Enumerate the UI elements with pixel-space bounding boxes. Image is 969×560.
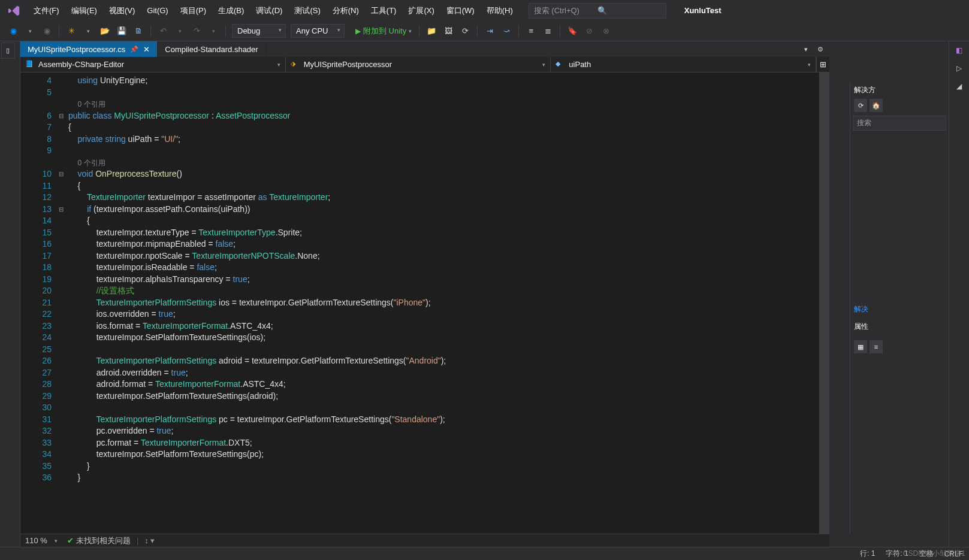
zoom-level[interactable]: 110 % <box>25 536 47 545</box>
solution-search[interactable]: 搜索 <box>853 116 946 131</box>
pin-icon[interactable]: 📌 <box>130 46 138 53</box>
csharp-project-icon: 📘 <box>25 60 35 69</box>
play-outline-icon[interactable]: ▷ <box>951 60 968 76</box>
tab-label: MyUISpritePostprocessor.cs <box>28 45 125 54</box>
status-line[interactable]: 行: 1 <box>860 549 875 559</box>
tab-myuisprite[interactable]: MyUISpritePostprocessor.cs 📌 ✕ <box>20 41 158 57</box>
nav-scope-label: Assembly-CSharp-Editor <box>38 60 124 69</box>
save-button[interactable]: 💾 <box>114 24 129 38</box>
right-panel: 解决方 ⟳ 🏠 搜索 解决 属性 ▦ ≡ <box>850 83 949 534</box>
sync-icon[interactable]: ⟳ <box>854 99 867 112</box>
ok-icon: ✔ <box>67 536 74 545</box>
nav-member-label: uiPath <box>569 60 591 69</box>
collapse-icon[interactable]: ◢ <box>951 78 968 94</box>
search-icon: 🔍 <box>597 6 661 15</box>
nav-class-label: MyUISpritePostprocessor <box>304 60 392 69</box>
comment-icon[interactable]: ⊘ <box>582 24 596 38</box>
quick-search-placeholder: 搜索 (Ctrl+Q) <box>534 5 597 16</box>
document-tabs: MyUISpritePostprocessor.cs 📌 ✕ Compiled-… <box>20 41 829 57</box>
navigation-bar: 📘 Assembly-CSharp-Editor ⬗ MyUISpritePos… <box>20 57 829 72</box>
undo-dd[interactable]: ▾ <box>173 24 187 38</box>
right-rail: ◧ ▷ ◢ <box>949 41 969 547</box>
menubar: 文件(F) 编辑(E) 视图(V) Git(G) 项目(P) 生成(B) 调试(… <box>0 0 969 21</box>
fold-gutter[interactable]: ⊟⊟⊟ <box>56 72 66 534</box>
bookmark-icon[interactable]: 🔖 <box>565 24 579 38</box>
zoom-dd-icon[interactable]: ▾ <box>55 538 58 544</box>
platform-combo[interactable]: Any CPU <box>291 24 345 38</box>
new-dd[interactable]: ▾ <box>81 24 95 38</box>
nav-member-combo[interactable]: ◆ uiPath <box>551 57 816 72</box>
nav-fwd-button[interactable]: ◉ <box>40 24 54 38</box>
menu-view[interactable]: 视图(V) <box>103 2 141 19</box>
menu-analyze[interactable]: 分析(N) <box>327 2 365 19</box>
folder-icon[interactable]: 📁 <box>424 24 439 38</box>
uncomment-icon[interactable]: ⊗ <box>599 24 613 38</box>
indent-icon[interactable]: ≡ <box>524 24 538 38</box>
nav-back-dd[interactable]: ▾ <box>23 24 37 38</box>
config-combo[interactable]: Debug <box>232 24 286 38</box>
vs-logo-icon <box>7 4 22 18</box>
solution-link[interactable]: 解决 <box>850 301 949 318</box>
live-share-icon[interactable]: ◧ <box>951 43 968 58</box>
menu-project[interactable]: 项目(P) <box>174 2 212 19</box>
step-into-icon[interactable]: ⇥ <box>482 24 497 38</box>
code-editor[interactable]: 4567891011121314151617181920212223242526… <box>20 72 829 534</box>
split-editor-button[interactable]: ⊞ <box>816 57 829 72</box>
open-button[interactable]: 📂 <box>98 24 112 38</box>
new-item-button[interactable]: ✳ <box>64 24 79 38</box>
nav-back-button[interactable]: ◉ <box>6 24 20 38</box>
menu-file[interactable]: 文件(F) <box>28 2 65 19</box>
menu-build[interactable]: 生成(B) <box>212 2 250 19</box>
solution-explorer-title[interactable]: 解决方 <box>850 83 949 98</box>
issues-text: 未找到相关问题 <box>76 535 131 546</box>
nav-scope-combo[interactable]: 📘 Assembly-CSharp-Editor <box>20 57 286 72</box>
issue-nav-icon[interactable]: ↕ ▾ <box>144 536 155 545</box>
home-icon[interactable]: 🏠 <box>870 99 883 112</box>
nav-class-combo[interactable]: ⬗ MyUISpritePostprocessor <box>286 57 551 72</box>
image-icon[interactable]: 🖼 <box>441 24 455 38</box>
code-body[interactable]: using UnityEngine; 0 个引用public class MyU… <box>66 72 819 534</box>
menu-debug[interactable]: 调试(D) <box>250 2 288 19</box>
redo-button[interactable]: ↷ <box>189 24 204 38</box>
tab-settings-icon[interactable]: ⚙ <box>815 44 826 55</box>
menu-git[interactable]: Git(G) <box>141 3 174 18</box>
menu-test[interactable]: 测试(S) <box>288 2 326 19</box>
close-icon[interactable]: ✕ <box>143 45 150 54</box>
tab-compiled-shader[interactable]: Compiled-Standard.shader <box>158 41 265 57</box>
menu-tools[interactable]: 工具(T) <box>365 2 403 19</box>
toolbar: ◉ ▾ ◉ ✳ ▾ 📂 💾 🗎 ↶ ▾ ↷ ▾ Debug Any CPU 附加… <box>0 21 969 41</box>
refresh-icon[interactable]: ⟳ <box>458 24 472 38</box>
attach-unity-button[interactable]: 附加到 Unity▾ <box>352 24 415 38</box>
properties-heading[interactable]: 属性 <box>850 318 949 335</box>
outdent-icon[interactable]: ≣ <box>541 24 555 38</box>
step-over-icon[interactable]: ⤻ <box>499 24 514 38</box>
class-icon: ⬗ <box>291 60 300 69</box>
watermark: CSDN @小邹同学1 <box>903 549 965 559</box>
solution-name: XunluTest <box>684 6 722 15</box>
server-explorer-tab[interactable]: ▯ <box>1 43 15 59</box>
editor-region: MyUISpritePostprocessor.cs 📌 ✕ Compiled-… <box>20 41 829 547</box>
undo-button[interactable]: ↶ <box>156 24 170 38</box>
left-sidebar: ▯ <box>0 41 20 547</box>
statusbar: 行: 1 字符: 1 空格 CRLF <box>0 547 969 560</box>
editor-status-strip: 110 % ▾ ✔ 未找到相关问题 | ↕ ▾ <box>20 534 829 547</box>
field-icon: ◆ <box>556 60 565 69</box>
property-cat-icon[interactable]: ▦ <box>854 340 867 353</box>
property-sort-icon[interactable]: ≡ <box>870 340 883 353</box>
redo-dd[interactable]: ▾ <box>206 24 221 38</box>
menu-window[interactable]: 窗口(W) <box>440 2 481 19</box>
tab-dropdown-icon[interactable]: ▾ <box>801 44 811 55</box>
menu-edit[interactable]: 编辑(E) <box>65 2 103 19</box>
menu-extensions[interactable]: 扩展(X) <box>402 2 440 19</box>
menu-help[interactable]: 帮助(H) <box>481 2 519 19</box>
tab-label: Compiled-Standard.shader <box>165 45 258 54</box>
chevron-down-icon: ▾ <box>409 28 412 34</box>
line-number-gutter: 4567891011121314151617181920212223242526… <box>20 72 56 534</box>
vertical-scrollbar[interactable] <box>819 72 829 534</box>
save-all-button[interactable]: 🗎 <box>131 24 146 38</box>
quick-search[interactable]: 搜索 (Ctrl+Q) 🔍 <box>529 3 666 19</box>
